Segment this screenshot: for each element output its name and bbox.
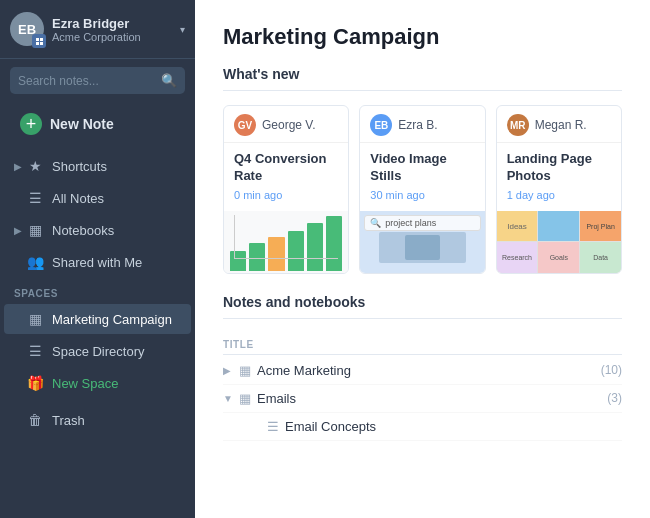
space-icon: ▦ <box>26 311 44 327</box>
user-name: Ezra Bridger <box>52 16 180 31</box>
card-title: Landing Page Photos <box>507 151 611 185</box>
sidebar-item-marketing-campaign[interactable]: ▶ ▦ Marketing Campaign <box>4 304 191 334</box>
card-user-megan: MR Megan R. <box>497 106 621 143</box>
card-username: George V. <box>262 118 316 132</box>
tree-item-acme-marketing[interactable]: ▶ ▦ Acme Marketing (10) <box>223 357 622 385</box>
sidebar-item-label: Space Directory <box>52 344 144 359</box>
sidebar-item-notebooks[interactable]: ▶ ▦ Notebooks <box>4 215 191 245</box>
card-q4-conversion[interactable]: GV George V. Q4 Conversion Rate 0 min ag… <box>223 105 349 274</box>
svg-rect-0 <box>36 38 39 41</box>
user-org: Acme Corporation <box>52 31 180 43</box>
notebooks-icon: ▦ <box>26 222 44 238</box>
tree-item-label: Email Concepts <box>285 419 622 434</box>
card-video-image-stills[interactable]: EB Ezra B. Video Image Stills 30 min ago… <box>359 105 485 274</box>
card-landing-page-photos[interactable]: MR Megan R. Landing Page Photos 1 day ag… <box>496 105 622 274</box>
notes-icon: ☰ <box>26 190 44 206</box>
search-icon: 🔍 <box>161 73 177 88</box>
sidebar-item-space-directory[interactable]: ▶ ☰ Space Directory <box>4 336 191 366</box>
sidebar-item-shared-with-me[interactable]: ▶ 👥 Shared with Me <box>4 247 191 277</box>
new-note-label: New Note <box>50 116 114 132</box>
sidebar-item-new-space[interactable]: ▶ 🎁 New Space <box>4 368 191 398</box>
avatar: EB <box>370 114 392 136</box>
whats-new-section-title: What's new <box>195 66 650 90</box>
main-content: Marketing Campaign What's new GV George … <box>195 0 650 518</box>
search-icon: 🔍 <box>370 218 381 228</box>
avatar: MR <box>507 114 529 136</box>
section-divider <box>223 90 622 91</box>
whats-new-cards: GV George V. Q4 Conversion Rate 0 min ag… <box>195 105 650 294</box>
page-title: Marketing Campaign <box>223 24 622 50</box>
avatar: GV <box>234 114 256 136</box>
sidebar: EB Ezra Bridger Acme Corporation ▾ 🔍 + N… <box>0 0 195 518</box>
card-thumbnail-board: Ideas Proj Plan Research Goals Data <box>497 211 621 273</box>
card-title: Q4 Conversion Rate <box>234 151 338 185</box>
arrow-icon: ▶ <box>14 225 22 236</box>
tree-item-label: Acme Marketing <box>257 363 597 378</box>
sidebar-item-label: Marketing Campaign <box>52 312 172 327</box>
tree-item-count: (3) <box>607 391 622 405</box>
sidebar-item-trash[interactable]: ▶ 🗑 Trash <box>4 405 191 435</box>
trash-icon: 🗑 <box>26 412 44 428</box>
search-box[interactable]: 🔍 <box>10 67 185 94</box>
search-label: project plans <box>385 218 436 228</box>
spaces-section-label: Spaces <box>0 278 195 303</box>
chart-area <box>224 211 348 273</box>
shared-icon: 👥 <box>26 254 44 270</box>
avatar: EB <box>10 12 44 46</box>
svg-rect-2 <box>36 42 39 45</box>
sidebar-item-all-notes[interactable]: ▶ ☰ All Notes <box>4 183 191 213</box>
new-note-button[interactable]: + New Note <box>10 106 185 142</box>
card-body: Video Image Stills 30 min ago <box>360 143 484 211</box>
note-icon: ☰ <box>267 419 279 434</box>
plus-icon: + <box>20 113 42 135</box>
user-profile[interactable]: EB Ezra Bridger Acme Corporation ▾ <box>0 0 195 59</box>
tree-item-label: Emails <box>257 391 603 406</box>
directory-icon: ☰ <box>26 343 44 359</box>
tree-item-count: (10) <box>601 363 622 377</box>
search-input[interactable] <box>18 74 157 88</box>
photo-placeholder: 🔍 project plans <box>360 211 484 273</box>
card-thumbnail-photo: 🔍 project plans <box>360 211 484 273</box>
col-title: TITLE <box>223 339 254 350</box>
expand-arrow-icon: ▼ <box>223 393 235 404</box>
notes-section-divider <box>223 318 622 319</box>
table-header: TITLE <box>223 333 622 355</box>
sidebar-item-label: New Space <box>52 376 118 391</box>
sidebar-item-label: All Notes <box>52 191 104 206</box>
svg-rect-3 <box>40 42 43 45</box>
card-time: 30 min ago <box>370 189 474 201</box>
notebook-icon: ▦ <box>239 391 251 406</box>
card-body: Landing Page Photos 1 day ago <box>497 143 621 211</box>
card-title: Video Image Stills <box>370 151 474 185</box>
card-time: 1 day ago <box>507 189 611 201</box>
sidebar-item-label: Shortcuts <box>52 159 107 174</box>
sidebar-item-shortcuts[interactable]: ▶ ★ Shortcuts <box>4 151 191 181</box>
tree-item-emails[interactable]: ▼ ▦ Emails (3) <box>223 385 622 413</box>
shortcuts-icon: ★ <box>26 158 44 174</box>
sidebar-item-label: Notebooks <box>52 223 114 238</box>
card-user-ezra: EB Ezra B. <box>360 106 484 143</box>
card-username: Ezra B. <box>398 118 437 132</box>
arrow-icon: ▶ <box>14 161 22 172</box>
card-time: 0 min ago <box>234 189 338 201</box>
svg-rect-1 <box>40 38 43 41</box>
sidebar-item-label: Shared with Me <box>52 255 142 270</box>
page-header: Marketing Campaign <box>195 0 650 66</box>
notebook-icon: ▦ <box>239 363 251 378</box>
chevron-down-icon: ▾ <box>180 24 185 35</box>
card-body: Q4 Conversion Rate 0 min ago <box>224 143 348 211</box>
org-badge <box>32 34 46 48</box>
sidebar-item-label: Trash <box>52 413 85 428</box>
notes-section-title: Notes and notebooks <box>195 294 650 318</box>
new-space-icon: 🎁 <box>26 375 44 391</box>
card-thumbnail-chart <box>224 211 348 273</box>
card-user-george: GV George V. <box>224 106 348 143</box>
collapse-arrow-icon: ▶ <box>223 365 235 376</box>
user-info: Ezra Bridger Acme Corporation <box>52 16 180 43</box>
card-username: Megan R. <box>535 118 587 132</box>
notes-table: TITLE ▶ ▦ Acme Marketing (10) ▼ ▦ Emails… <box>195 333 650 441</box>
tree-item-email-concepts[interactable]: ▶ ☰ Email Concepts <box>223 413 622 441</box>
